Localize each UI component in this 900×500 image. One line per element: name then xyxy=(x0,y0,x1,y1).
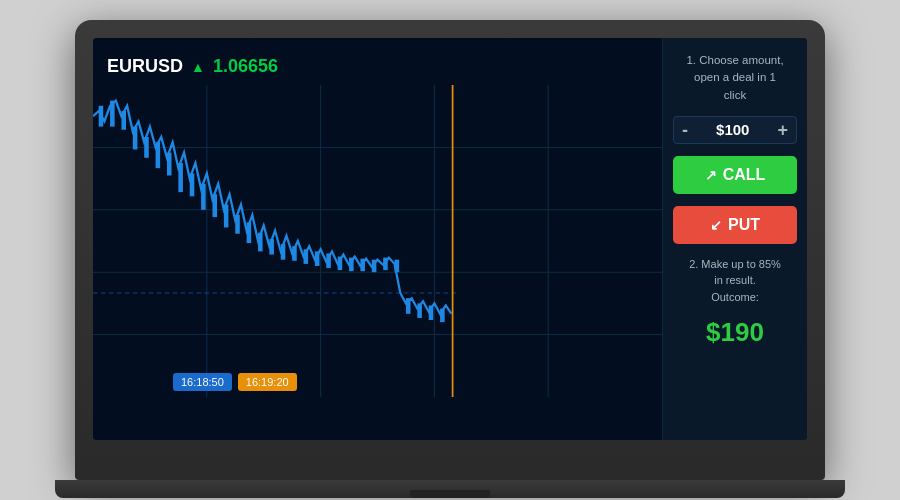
chart-svg xyxy=(93,85,662,397)
svg-rect-28 xyxy=(326,253,331,268)
svg-rect-8 xyxy=(99,106,104,127)
svg-rect-36 xyxy=(417,303,422,318)
svg-rect-26 xyxy=(304,249,309,264)
put-label: PUT xyxy=(728,216,760,234)
svg-rect-25 xyxy=(292,246,297,261)
svg-rect-38 xyxy=(440,309,445,323)
svg-rect-11 xyxy=(133,127,138,150)
laptop-notch xyxy=(410,490,490,498)
svg-rect-34 xyxy=(395,260,400,272)
svg-rect-14 xyxy=(167,153,172,176)
step2-text: 2. Make up to 85%in result.Outcome: xyxy=(673,256,797,306)
svg-rect-20 xyxy=(235,215,240,234)
put-arrow-icon: ↙ xyxy=(710,217,722,233)
svg-rect-24 xyxy=(281,244,286,260)
put-button[interactable]: ↙ PUT xyxy=(673,206,797,244)
screen: EURUSD ▲ 1.06656 xyxy=(93,38,807,440)
svg-rect-21 xyxy=(247,222,252,243)
call-arrow-icon: ↗ xyxy=(705,167,717,183)
svg-rect-22 xyxy=(258,233,263,252)
laptop-base xyxy=(55,480,845,498)
svg-rect-9 xyxy=(110,101,115,127)
svg-rect-31 xyxy=(360,259,365,271)
svg-rect-37 xyxy=(429,305,434,320)
svg-rect-18 xyxy=(212,194,217,217)
symbol-label: EURUSD xyxy=(107,56,183,77)
right-panel: 1. Choose amount,open a deal in 1click -… xyxy=(662,38,807,440)
svg-rect-16 xyxy=(190,173,195,196)
time-label-2: 16:19:20 xyxy=(238,373,297,391)
time-label-1: 16:18:50 xyxy=(173,373,232,391)
svg-rect-23 xyxy=(269,239,274,255)
svg-rect-19 xyxy=(224,205,229,228)
amount-value: $100 xyxy=(716,121,749,138)
call-label: CALL xyxy=(723,166,766,184)
price-value: 1.06656 xyxy=(213,56,278,77)
call-button[interactable]: ↗ CALL xyxy=(673,156,797,194)
chart-canvas: 16:18:50 16:19:20 xyxy=(93,85,662,397)
svg-rect-27 xyxy=(315,251,320,266)
svg-rect-29 xyxy=(338,257,343,271)
time-labels: 16:18:50 16:19:20 xyxy=(93,373,662,391)
svg-rect-17 xyxy=(201,184,206,210)
svg-rect-30 xyxy=(349,258,354,272)
svg-rect-35 xyxy=(406,298,411,314)
amount-control: - $100 + xyxy=(673,116,797,144)
plus-button[interactable]: + xyxy=(777,121,788,139)
svg-rect-10 xyxy=(121,111,126,130)
chart-area: EURUSD ▲ 1.06656 xyxy=(93,38,662,440)
svg-rect-13 xyxy=(156,142,161,168)
svg-rect-12 xyxy=(144,137,149,158)
laptop-wrapper: EURUSD ▲ 1.06656 xyxy=(75,20,825,480)
outcome-value: $190 xyxy=(673,317,797,348)
svg-rect-33 xyxy=(383,258,388,270)
chart-header: EURUSD ▲ 1.06656 xyxy=(93,48,662,85)
svg-rect-32 xyxy=(372,260,377,272)
minus-button[interactable]: - xyxy=(682,121,688,139)
step1-text: 1. Choose amount,open a deal in 1click xyxy=(673,52,797,104)
price-arrow-icon: ▲ xyxy=(191,59,205,75)
svg-rect-15 xyxy=(178,163,183,192)
